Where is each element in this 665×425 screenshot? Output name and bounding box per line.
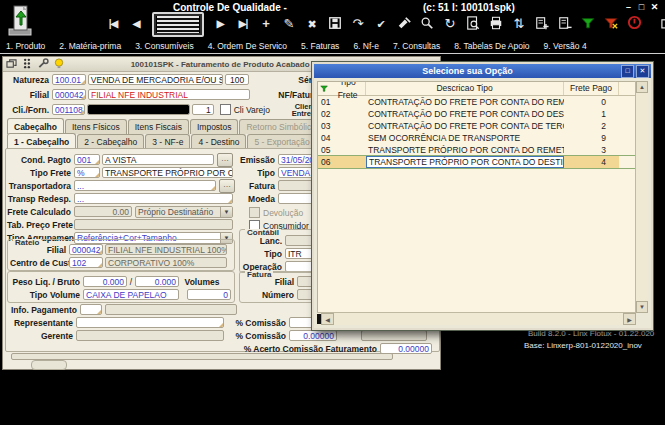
subtab-5-exportacao[interactable]: 5 - Exportação (247, 134, 316, 149)
scroll-right-icon[interactable]: ▶ (623, 313, 636, 325)
volumes-field[interactable]: 0 (187, 289, 231, 300)
freight-row-04[interactable]: 04SEM OCORRÊNCIA DE TRANSPORTE9 (318, 132, 635, 144)
centro-custo-desc-field[interactable]: CORPORATIVO 100% (105, 257, 227, 268)
cli-forn-code-field[interactable]: 001108 (52, 104, 85, 115)
columns-icon[interactable] (22, 55, 32, 73)
info-pagamento-code-field[interactable] (80, 304, 102, 315)
subtab-4-destino[interactable]: 4 - Destino (191, 134, 246, 149)
frete-calculado-field[interactable]: 0.00 (74, 206, 132, 217)
filter-icon[interactable] (581, 16, 595, 33)
tipo-frete-code-field[interactable]: % (74, 167, 100, 178)
search-icon[interactable] (420, 16, 434, 33)
cond-pagto-code-field[interactable]: 001 (74, 154, 100, 165)
tipo-frete-desc-field[interactable]: TRANSPORTE PRÓPRIO POR CONTA D (102, 167, 233, 178)
menu-consumiveis[interactable]: 3. Consumíveis (135, 41, 194, 51)
frete-tipo-combo[interactable]: Próprio Destinatário▼ (135, 206, 233, 218)
freight-row-01[interactable]: 01CONTRATAÇÃO DO FRETE POR CONTA DO REME… (318, 96, 635, 108)
gerente-field[interactable] (76, 330, 224, 341)
observacao-bar[interactable] (11, 353, 393, 360)
representante-field[interactable] (76, 317, 224, 328)
devolucao-checkbox[interactable] (249, 207, 260, 218)
peso-bruto-field[interactable]: 0.000 (135, 276, 179, 287)
transportadora-field[interactable]: ... (74, 180, 216, 191)
rateio-filial-desc-field[interactable]: FILIAL NFE INDUSTRIAL 100% (105, 244, 227, 255)
grid-header-frete-pago[interactable]: Frete Pago (564, 82, 619, 95)
menu-versao[interactable]: 9. Versão 4 (544, 41, 587, 51)
menu-faturas[interactable]: 5. Faturas (301, 41, 339, 51)
transportadora-lookup-button[interactable]: … (219, 179, 235, 193)
freight-row-02[interactable]: 02CONTRATAÇÃO DO FRETE POR CONTA DO DEST… (318, 108, 635, 120)
menu-tabelas-apoio[interactable]: 8. Tabelas De Apoio (454, 41, 529, 51)
cascade-windows-icon[interactable] (661, 15, 665, 33)
cond-pagto-desc-field[interactable]: A VISTA (102, 154, 214, 165)
menu-ordem-servico[interactable]: 4. Ordem De Servico (208, 41, 287, 51)
scroll-left-icon[interactable]: ◀ (321, 313, 334, 325)
centro-custo-code-field[interactable]: 102 (69, 257, 103, 268)
cli-varejo-checkbox[interactable] (220, 104, 231, 115)
cond-pagto-lookup-button[interactable]: … (217, 153, 233, 167)
filial-desc-field[interactable]: FILIAL NFE INDUSTRIAL (88, 89, 250, 100)
cli-qty-field[interactable]: 1 (192, 104, 214, 115)
edit-icon[interactable]: ✎ (282, 17, 296, 31)
cancel-icon[interactable] (627, 15, 642, 33)
subtab-2-cabecalho[interactable]: 2 - Cabeçalho (77, 134, 144, 149)
freight-row-05[interactable]: 05TRANSPORTE PRÓPRIO POR CONTA DO REMETE… (318, 144, 635, 156)
tab-retorno-simbolico[interactable]: Retorno Simbólico (239, 119, 322, 134)
popup-maximize-button[interactable]: □ (621, 65, 634, 78)
bulb-icon[interactable] (54, 55, 64, 73)
cli-forn-name-field[interactable] (87, 104, 190, 115)
horizontal-scrollbar[interactable]: ◀ ▶ (317, 312, 636, 325)
nav-next-button[interactable]: ▶ (213, 17, 227, 31)
peso-liq-field[interactable]: 0.000 (83, 276, 127, 287)
tab-cabecalho[interactable]: Cabeçalho (7, 118, 64, 134)
filter-clear-icon[interactable] (604, 16, 618, 33)
delete-icon[interactable]: ✖ (305, 17, 319, 31)
rateio-filial-code-field[interactable]: 000042 (69, 244, 103, 255)
print-icon[interactable] (489, 16, 503, 33)
confirm-icon[interactable]: ✔ (374, 17, 388, 31)
preview-icon[interactable] (466, 16, 480, 33)
transp-redesp-field[interactable]: ... (74, 193, 233, 204)
menu-materia-prima[interactable]: 2. Matéria-prima (59, 41, 121, 51)
restore-icon[interactable] (6, 55, 17, 73)
sort-icon[interactable]: ⇅ (512, 17, 526, 31)
comissao2-field[interactable]: 0.00000 (289, 330, 337, 341)
grid-header-tipo-frete[interactable]: Tipo Frete (318, 82, 366, 95)
maximize-button[interactable]: □ (635, 2, 648, 12)
tab-itens-fisicos[interactable]: Itens Físicos (65, 119, 127, 134)
popup-close-button[interactable]: ✕ (636, 65, 649, 78)
tab-preco-frete-field[interactable] (74, 219, 233, 230)
save-icon[interactable] (328, 16, 342, 33)
natureza-code-field[interactable]: 100.01 (52, 74, 86, 85)
close-button[interactable]: ✕ (648, 2, 661, 12)
subtab-3-nfe[interactable]: 3 - NF-e (145, 134, 190, 149)
wrench-icon[interactable] (37, 55, 49, 73)
menu-produto[interactable]: 1. Produto (6, 41, 45, 51)
nav-prev-button[interactable]: ◀ (129, 17, 143, 31)
minimize-button[interactable]: – (622, 2, 635, 12)
natureza-desc-field[interactable]: VENDA DE MERCADORIA E/OU SERVI (88, 74, 223, 85)
tab-itens-fiscais[interactable]: Itens Fiscais (128, 119, 189, 134)
freight-row-06-selected[interactable]: 06TRANSPORTE PRÓPRIO POR CONTA DO DESTIN… (318, 156, 635, 168)
natureza-extra-field[interactable]: 100 (225, 74, 249, 85)
nav-first-button[interactable]: |◀ (106, 17, 120, 31)
redo-icon[interactable]: ↷ (351, 17, 365, 31)
scroll-up-icon[interactable]: ▲ (636, 81, 648, 93)
info-pagamento-desc-field[interactable] (105, 304, 237, 315)
vertical-scrollbar[interactable]: ▲ ▼ (635, 81, 648, 313)
subtab-1-cabecalho[interactable]: 1 - Cabeçalho (7, 133, 76, 149)
scroll-down-icon[interactable]: ▼ (636, 301, 648, 313)
add-icon[interactable]: + (259, 17, 273, 31)
doc-add-icon[interactable] (535, 16, 549, 33)
tab-impostos[interactable]: Impostos (190, 119, 239, 134)
nav-last-button[interactable]: ▶| (236, 17, 250, 31)
filial-code-field[interactable]: 000042 (52, 89, 86, 100)
tipo-volume-field[interactable]: CAIXA DE PAPELAO (83, 289, 179, 300)
record-list-button[interactable] (152, 12, 204, 37)
valor-nf-field[interactable] (361, 330, 427, 341)
doc-remove-icon[interactable] (558, 16, 572, 33)
grid-header-descricao[interactable]: Descricao Tipo (366, 82, 564, 95)
menu-nfe[interactable]: 6. Nf-e (353, 41, 379, 51)
menu-consultas[interactable]: 7. Consultas (393, 41, 440, 51)
refresh-icon[interactable]: ↻ (443, 17, 457, 31)
